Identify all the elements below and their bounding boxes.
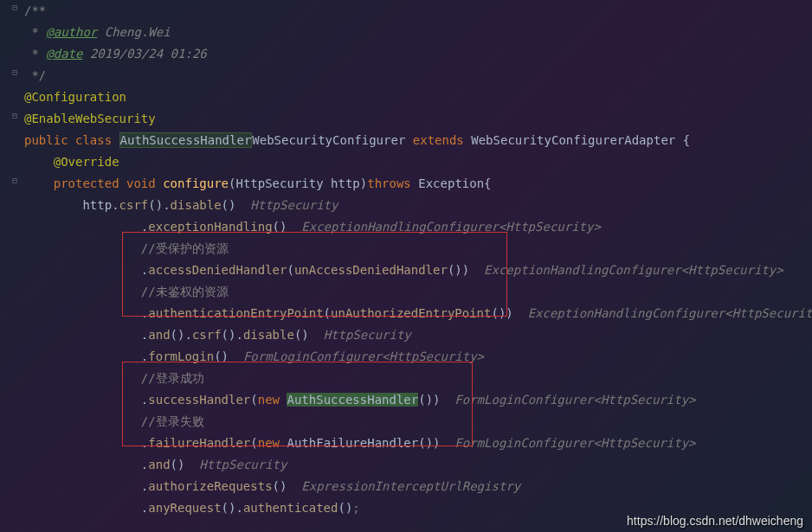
call-accessdenied: accessDeniedHandler — [148, 263, 287, 277]
call-disable: disable — [243, 328, 294, 342]
fold-icon[interactable]: ⊟ — [12, 67, 21, 76]
call-authorize: authorizeRequests — [148, 479, 272, 493]
class-name: WebSecurityConfigurerAdapter — [471, 133, 675, 147]
call-unauthorized: unAuthorizedEntryPoint — [331, 306, 491, 320]
hint-httpsecurity: HttpSecurity — [199, 458, 287, 471]
hint-exception: ExceptionHandlingConfigurer<HttpSecurity… — [301, 220, 601, 234]
date-value: 2019/03/24 01:26 — [82, 47, 206, 61]
comment-loginfail: //登录失败 — [141, 414, 204, 428]
fold-icon[interactable]: ⊟ — [12, 111, 21, 119]
call-authenticated: authenticated — [243, 501, 338, 515]
hint-httpsecurity: HttpSecurity — [250, 198, 338, 212]
hint-formlogin: FormLoginConfigurer<HttpSecurity> — [454, 393, 695, 407]
hint-httpsecurity: HttpSecurity — [324, 328, 411, 342]
call-anyrequest: anyRequest — [148, 501, 221, 515]
hint-exception: ExceptionHandlingConfigurer<HttpSecurity… — [528, 306, 812, 320]
code-editor[interactable]: /** * @author Cheng.Wei * @date 2019/03/… — [0, 0, 812, 519]
annotation-enablewebsecurity: @EnableWebSecurity — [24, 112, 156, 125]
kw-class: class — [75, 133, 112, 147]
call-authentry: authenticationEntryPoint — [148, 306, 323, 320]
call-successhandler: successHandler — [148, 393, 250, 407]
annotation-configuration: @Configuration — [24, 90, 126, 104]
class-highlight: AuthSuccessHandler — [287, 393, 418, 407]
method-configure: configure — [163, 176, 229, 190]
author-tag: @author — [46, 25, 97, 39]
comment-protected: //受保护的资源 — [141, 241, 229, 255]
class-name: WebSecurityConfigurer — [252, 133, 405, 147]
comment-loginsuccess: //登录成功 — [141, 371, 204, 385]
kw-public: public — [24, 133, 68, 147]
call-and: and — [148, 328, 170, 342]
date-tag: @date — [46, 47, 82, 61]
fold-icon[interactable]: ⊟ — [12, 176, 21, 184]
call-failurehandler: failureHandler — [148, 436, 250, 450]
param-http: http — [331, 176, 360, 190]
call-unaccessdenied: unAccessDeniedHandler — [294, 263, 448, 277]
kw-extends: extends — [413, 133, 464, 147]
call-exceptionhandling: exceptionHandling — [148, 220, 272, 234]
doc-open: /** — [24, 3, 46, 17]
hint-exception: ExceptionHandlingConfigurer<HttpSecurity… — [484, 263, 783, 277]
kw-new: new — [258, 393, 280, 407]
doc-prefix: * — [24, 25, 46, 39]
type-httpsecurity: HttpSecurity — [235, 176, 323, 190]
hint-expression: ExpressionInterceptUrlRegistry — [301, 479, 520, 493]
annotation-override: @Override — [54, 155, 119, 169]
doc-prefix: * — [24, 47, 46, 61]
call-and: and — [148, 458, 170, 471]
class-name: AuthFailureHandler — [287, 436, 418, 450]
type-exception: Exception — [418, 176, 484, 190]
call-csrf: csrf — [192, 328, 222, 342]
author-name: Cheng.Wei — [97, 25, 170, 39]
watermark: https://blog.csdn.net/dhweicheng — [627, 514, 803, 528]
class-highlight: AuthSuccessHandler — [119, 132, 253, 148]
editor-gutter: ⊟ ⊟ ⊟ ⊟ — [0, 0, 24, 532]
hint-formlogin: FormLoginConfigurer<HttpSecurity> — [243, 349, 484, 363]
kw-new: new — [258, 436, 280, 450]
call-disable: disable — [171, 198, 222, 212]
call-csrf: csrf — [119, 198, 149, 212]
kw-throws: throws — [367, 176, 411, 190]
kw-void: void — [126, 176, 156, 190]
fold-icon[interactable]: ⊟ — [12, 3, 21, 11]
call-formlogin: formLogin — [148, 349, 214, 363]
kw-protected: protected — [54, 176, 119, 190]
doc-close: */ — [24, 68, 46, 82]
comment-unauthorized: //未鉴权的资源 — [141, 285, 229, 298]
hint-formlogin: FormLoginConfigurer<HttpSecurity> — [454, 436, 695, 450]
